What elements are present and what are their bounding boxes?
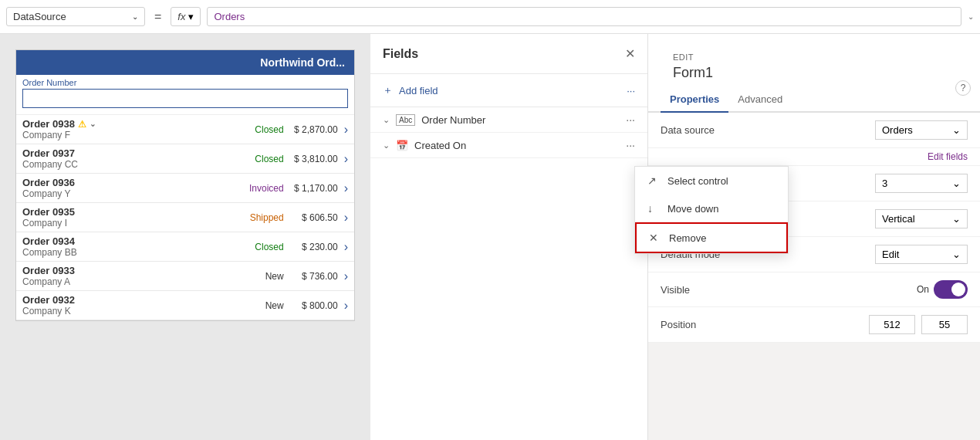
default-mode-chevron: ⌄ <box>952 249 961 260</box>
row-id: Order 0938 <box>22 118 75 130</box>
prop-value-datasource: Orders ⌄ <box>738 120 968 140</box>
field-more-ellipsis[interactable]: ··· <box>626 113 635 126</box>
datasource-dropdown[interactable]: DataSource ⌄ <box>6 7 145 26</box>
row-arrow[interactable]: › <box>344 152 348 166</box>
field-item-created-on[interactable]: ⌄ 📅 Created On ··· <box>370 133 647 158</box>
row-arrow[interactable]: › <box>344 123 348 137</box>
position-x-input[interactable] <box>869 315 915 334</box>
formula-bar[interactable]: Orders <box>207 7 961 26</box>
move-down-icon: ↓ <box>647 202 660 215</box>
row-status: New <box>153 300 283 311</box>
menu-item-move-down[interactable]: ↓ Move down <box>635 195 788 222</box>
abc-icon: Abc <box>396 114 415 126</box>
row-title: Order 0938 ⚠ ⌄ <box>22 118 153 130</box>
row-info: Order 0938 ⚠ ⌄ Company F <box>22 118 153 140</box>
row-amount: $ 230.00 <box>284 242 338 252</box>
row-title: Order 0932 <box>22 294 153 306</box>
row-status: Closed <box>153 124 283 135</box>
datasource-label: DataSource <box>13 11 66 22</box>
form-name: Form1 <box>661 62 968 81</box>
row-company: Company I <box>22 218 153 228</box>
visible-toggle[interactable] <box>934 280 968 299</box>
row-company: Company A <box>22 276 153 287</box>
position-y-input[interactable] <box>921 315 968 334</box>
prop-row-position: Position <box>648 307 980 343</box>
field-chevron-icon: ⌄ <box>383 115 390 125</box>
add-field-label: Add field <box>399 85 438 96</box>
row-company: Company F <box>22 130 153 140</box>
datasource-value: Orders <box>882 124 913 136</box>
context-menu: ↗ Select control ↓ Move down ✕ Remove <box>634 166 789 254</box>
row-info: Order 0937 Company CC <box>22 147 153 170</box>
menu-label-remove: Remove <box>669 232 706 244</box>
visible-on-label: On <box>917 284 929 295</box>
order-number-input-area: Order Number <box>16 75 354 115</box>
row-title: Order 0936 <box>22 177 153 188</box>
default-mode-dropdown[interactable]: Edit ⌄ <box>875 245 968 264</box>
row-title: Order 0934 <box>22 235 153 247</box>
field-item-order-number[interactable]: ⌄ Abc Order Number ··· <box>370 107 647 133</box>
row-amount: $ 736.00 <box>284 271 338 282</box>
prop-label-datasource: Data source <box>661 124 738 136</box>
row-arrow[interactable]: › <box>344 181 348 195</box>
row-arrow[interactable]: › <box>344 299 348 313</box>
table-row: Order 0936 Company Y Invoiced $ 1,170.00… <box>16 174 354 203</box>
warning-icon: ⚠ <box>78 119 86 130</box>
menu-item-select-control[interactable]: ↗ Select control <box>635 167 788 195</box>
row-company: Company K <box>22 306 153 316</box>
layout-dropdown[interactable]: Vertical ⌄ <box>875 209 968 228</box>
row-title: Order 0933 <box>22 265 153 276</box>
help-icon[interactable]: ? <box>955 80 971 96</box>
close-button[interactable]: ✕ <box>625 46 635 61</box>
field-more-ellipsis[interactable]: ··· <box>626 139 635 151</box>
row-company: Company Y <box>22 188 153 199</box>
prop-value-visible: On <box>738 280 968 299</box>
row-amount: $ 606.50 <box>284 212 338 223</box>
fx-icon: fx <box>177 11 185 22</box>
table-row: Order 0937 Company CC Closed $ 3,810.00 … <box>16 144 354 174</box>
canvas-area: Northwind Ord... Order Number Order 0938… <box>0 34 370 440</box>
prop-label-position: Position <box>661 319 738 330</box>
add-field-ellipsis: ··· <box>627 85 635 96</box>
prop-value-position <box>738 315 968 334</box>
fx-area[interactable]: fx ▾ <box>171 7 201 26</box>
menu-item-remove[interactable]: ✕ Remove <box>635 222 788 253</box>
select-control-icon: ↗ <box>647 174 660 187</box>
top-bar: DataSource ⌄ = fx ▾ Orders ⌄ <box>0 0 980 34</box>
remove-icon: ✕ <box>649 232 661 244</box>
tab-advanced[interactable]: Advanced <box>728 87 792 111</box>
tabs: Properties Advanced <box>648 87 980 113</box>
prop-row-visible: Visible On <box>648 272 980 307</box>
table-row: Order 0938 ⚠ ⌄ Company F Closed $ 2,870.… <box>16 115 354 144</box>
row-status: Closed <box>153 154 283 164</box>
edit-fields-link[interactable]: Edit fields <box>928 151 968 162</box>
columns-value: 3 <box>882 178 887 189</box>
row-company: Company BB <box>22 247 153 258</box>
datasource-dropdown-prop[interactable]: Orders ⌄ <box>875 120 968 140</box>
row-arrow[interactable]: › <box>344 269 348 283</box>
row-arrow[interactable]: › <box>344 240 348 254</box>
fields-panel: Fields ✕ ＋ Add field ··· ⌄ Abc Order Num… <box>370 34 648 440</box>
add-field-row[interactable]: ＋ Add field ··· <box>370 74 647 107</box>
field-chevron-icon: ⌄ <box>383 140 390 151</box>
order-number-input[interactable] <box>22 89 348 108</box>
row-info: Order 0934 Company BB <box>22 235 153 258</box>
row-arrow[interactable]: › <box>344 211 348 225</box>
row-status: Closed <box>153 242 283 252</box>
row-company: Company CC <box>22 159 153 170</box>
prop-row-datasource: Data source Orders ⌄ <box>648 113 980 148</box>
tab-properties[interactable]: Properties <box>661 87 728 113</box>
edit-label: EDIT <box>661 43 968 62</box>
row-amount: $ 1,170.00 <box>284 183 338 194</box>
status-chevron: ⌄ <box>90 120 96 128</box>
row-info: Order 0933 Company A <box>22 265 153 287</box>
formula-value: Orders <box>214 11 955 22</box>
prop-row-edit-fields: Edit fields <box>648 148 980 166</box>
prop-label-visible: Visible <box>661 284 738 296</box>
layout-chevron: ⌄ <box>952 213 961 225</box>
row-amount: $ 2,870.00 <box>284 124 338 135</box>
row-info: Order 0935 Company I <box>22 206 153 228</box>
default-mode-value: Edit <box>882 249 899 260</box>
fields-title: Fields <box>383 47 418 61</box>
columns-dropdown[interactable]: 3 ⌄ <box>875 174 968 193</box>
